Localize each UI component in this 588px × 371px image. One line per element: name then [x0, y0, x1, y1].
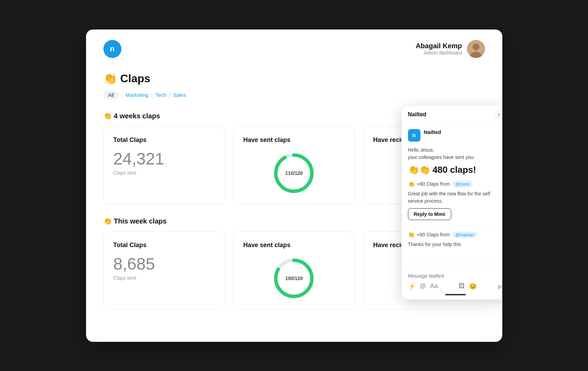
chat-header: Nailted ℹ [402, 106, 502, 124]
chat-footer: ⚡ @ Aa 🖼 😊 ▶ [402, 269, 502, 300]
clap-message-mimi: Great job with the new flow for the self… [408, 190, 502, 205]
image-icon[interactable]: 🖼 [459, 283, 465, 290]
chat-info-icon[interactable]: ℹ [495, 111, 502, 118]
font-icon[interactable]: Aa [430, 283, 438, 290]
donut-container-sent_claps_week: 100/120 [243, 256, 345, 301]
header: n Abagail Kemp Admin dashboard [103, 40, 485, 58]
clap-from-text-mimi: +80 Claps from [417, 181, 450, 187]
chat-greeting: Hello Jesus,your colleagues have sent yo… [408, 146, 502, 161]
user-name: Abagail Kemp [416, 42, 462, 50]
mention-mimi[interactable]: @mimi [452, 181, 473, 187]
user-info: Abagail Kemp Admin dashboard [416, 40, 485, 58]
chat-input[interactable] [408, 273, 502, 279]
filter-marketing[interactable]: Marketing [126, 92, 148, 98]
app-logo[interactable]: n [103, 40, 121, 58]
app-container: n Abagail Kemp Admin dashboard 👏 Claps A… [86, 29, 502, 342]
filter-all[interactable]: All [103, 91, 119, 99]
card-sent_claps_4w: Have sent claps 110/120 [233, 126, 355, 204]
donut-label-sent_claps_4w: 110/120 [285, 170, 303, 176]
card-title-total_claps_4w: Total Claps [113, 136, 215, 144]
chat-scrollbar [445, 294, 466, 295]
donut-wrap-sent_claps_week: 100/120 [273, 258, 315, 299]
chat-sender-icon: n [408, 129, 420, 142]
svg-point-1 [472, 43, 479, 50]
at-icon[interactable]: @ [420, 283, 426, 290]
filter-tech[interactable]: Tech [155, 92, 167, 98]
bolt-icon[interactable]: ⚡ [408, 283, 416, 290]
chat-title: Nailted [408, 111, 426, 118]
card-title-total_claps_week: Total Claps [113, 242, 215, 249]
clap-emoji-marian: 👏 [408, 231, 415, 238]
filter-div2: | [151, 92, 153, 98]
clap-from-row-marian: 👏 +60 Claps from @marian [408, 231, 502, 238]
card-sent_claps_week: Have sent claps 100/120 [233, 231, 355, 310]
user-text: Abagail Kemp Admin dashboard [416, 42, 462, 56]
send-icon[interactable]: ▶ [498, 282, 502, 290]
user-role: Admin dashboard [416, 50, 462, 56]
donut-container-sent_claps_4w: 110/120 [243, 151, 345, 196]
avatar [467, 40, 485, 58]
emoji-icon[interactable]: 😊 [469, 283, 477, 290]
reply-to-mimi-button[interactable]: Reply to Mimi [408, 208, 451, 220]
filter-tabs: All | Marketing | Tech | Sales [103, 91, 485, 99]
page-title: 👏 Claps [103, 72, 485, 85]
clap-from-text-marian: +60 Claps from [417, 232, 450, 237]
donut-wrap-sent_claps_4w: 110/120 [273, 152, 315, 194]
chat-sender-row: n Nailted [408, 129, 502, 142]
clap-from-row-mimi: 👏 +80 Claps from @mimi [408, 181, 502, 187]
filter-div3: | [169, 92, 171, 98]
chat-sender-name: Nailted [424, 129, 441, 135]
donut-label-sent_claps_week: 100/120 [285, 276, 303, 281]
chat-claps-message: 👏👏 480 claps! [408, 165, 502, 175]
card-total_claps_week: Total Claps8,685Claps sent [103, 231, 225, 310]
filter-div1: | [121, 92, 123, 98]
card-title-sent_claps_week: Have sent claps [243, 242, 345, 249]
chat-toolbar: ⚡ @ Aa 🖼 😊 ▶ [408, 282, 502, 290]
clap-notification-mimi: 👏 +80 Claps from @mimi Great job with th… [408, 181, 502, 226]
chat-panel: Nailted ℹ n Nailted Hello Jesus,your col… [402, 106, 502, 300]
card-value-total_claps_week: 8,685 [113, 256, 215, 272]
clap-message-marian: Thanks for your help this [408, 241, 502, 248]
clap-emoji-mimi: 👏 [408, 181, 415, 187]
card-total_claps_4w: Total Claps24,321Claps sent [103, 126, 225, 204]
card-subtitle-total_claps_week: Claps sent [113, 275, 215, 281]
card-title-sent_claps_4w: Have sent claps [243, 136, 345, 144]
filter-sales[interactable]: Sales [173, 92, 186, 98]
card-subtitle-total_claps_4w: Claps sent [113, 170, 215, 176]
chat-body: n Nailted Hello Jesus,your colleagues ha… [402, 124, 502, 269]
mention-marian[interactable]: @marian [452, 231, 477, 238]
chat-input-row [408, 273, 502, 279]
card-value-total_claps_4w: 24,321 [113, 151, 215, 167]
clap-notification-marian: 👏 +60 Claps from @marian Thanks for your… [408, 231, 502, 258]
